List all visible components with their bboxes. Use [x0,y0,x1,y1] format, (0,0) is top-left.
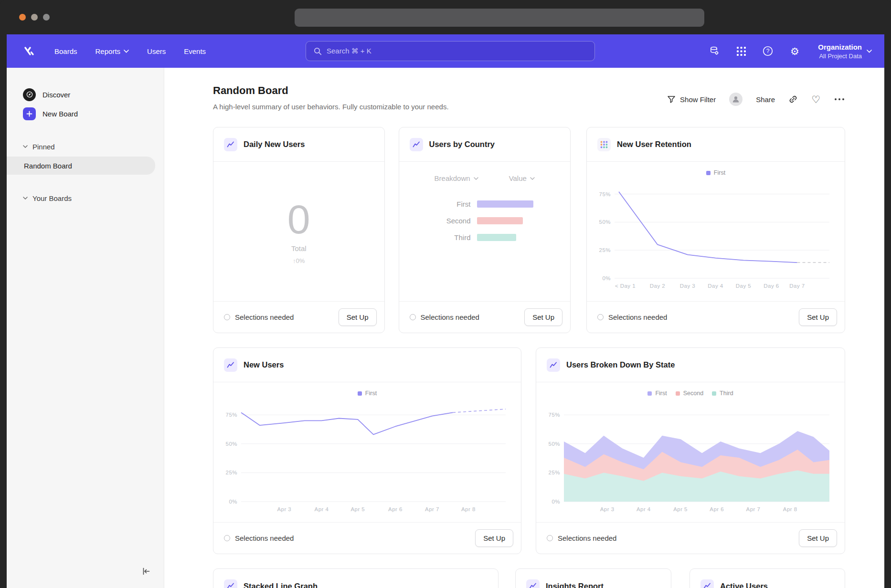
sidebar-item-new-board-label: New Board [42,110,78,118]
legend-label: Third [720,390,733,397]
data-management-icon[interactable] [708,45,721,57]
line-chart-icon [224,579,237,588]
legend-swatch [358,391,362,396]
svg-text:0%: 0% [602,275,611,281]
set-up-button[interactable]: Set Up [339,308,377,326]
nav-item-events[interactable]: Events [184,47,206,55]
top-nav: Boards Reports Users Events Search ⌘ + K [7,34,884,68]
svg-text:0%: 0% [229,499,237,504]
board-content: Random Board A high-level summary of use… [164,68,884,588]
chart-legend: First [587,168,845,177]
funnel-icon [667,95,676,104]
sidebar-section-your-boards[interactable]: Your Boards [7,191,164,205]
window-minimize-button[interactable] [31,14,38,21]
value-dropdown-label: Value [509,174,527,182]
nav-item-reports[interactable]: Reports [95,47,129,55]
svg-text:Apr 7: Apr 7 [746,506,761,512]
mixpanel-logo[interactable] [22,44,36,58]
avatar[interactable] [729,93,742,106]
org-name: Organization [818,43,862,51]
bar-row: Third [399,229,571,246]
org-switcher[interactable]: Organization All Project Data [818,43,872,60]
empty-circle-icon [547,535,553,541]
set-up-button[interactable]: Set Up [799,529,837,547]
sidebar-section-pinned-label: Pinned [32,143,55,151]
svg-text:Apr 3: Apr 3 [277,506,291,512]
card-stacked-line-graph: Stacked Line Graph [213,568,499,588]
set-up-button[interactable]: Set Up [475,529,513,547]
window-close-button[interactable] [19,14,26,21]
breakdown-dropdown[interactable]: Breakdown [435,174,478,182]
favorite-button[interactable]: ♡ [811,94,820,105]
sidebar-section-pinned[interactable]: Pinned [7,139,164,154]
legend-item: Second [676,390,703,397]
card-new-user-retention: New User Retention First 75%50%25%0%< Da… [586,127,845,333]
svg-text:?: ? [766,48,770,54]
bar-label: Second [399,217,471,225]
window-zoom-button[interactable] [43,14,50,21]
new-users-chart: 75%50%25%0%Apr 3Apr 4Apr 5Apr 6Apr 7Apr … [220,399,512,516]
state-stacked-chart: 75%50%25%0%Apr 3Apr 4Apr 5Apr 6Apr 7Apr … [543,399,836,516]
legend-item: First [358,390,377,397]
settings-gear-icon[interactable]: ⚙ [788,45,801,57]
legend-swatch [676,391,680,396]
svg-text:25%: 25% [549,470,560,475]
svg-text:Day 6: Day 6 [764,283,779,289]
metric-label: Total [291,244,307,252]
line-chart-icon [700,579,714,588]
svg-text:Apr 8: Apr 8 [783,506,797,512]
legend-label: First [714,169,725,176]
chart-legend: First Second Third [536,389,845,398]
svg-text:0%: 0% [552,499,560,504]
legend-item: First [706,169,725,176]
chevron-down-icon [474,177,478,180]
sidebar-item-random-board[interactable]: Random Board [7,157,155,175]
value-dropdown[interactable]: Value [509,174,535,182]
svg-text:Apr 5: Apr 5 [673,506,688,512]
set-up-button[interactable]: Set Up [524,308,562,326]
person-icon [732,95,740,104]
show-filter-button[interactable]: Show Filter [667,95,716,104]
svg-text:50%: 50% [226,441,237,447]
card-users-by-country: Users by Country Breakdown Value [399,127,571,333]
svg-text:Apr 6: Apr 6 [388,506,403,512]
svg-text:25%: 25% [599,247,611,253]
discover-icon [23,88,36,101]
plus-icon [23,107,36,120]
card-title: Users Broken Down By State [566,360,675,369]
board-actions: Show Filter Share [667,93,845,106]
bar-third [477,234,516,241]
svg-text:Day 5: Day 5 [736,283,751,289]
sidebar-item-new-board[interactable]: New Board [7,104,164,123]
url-bar[interactable] [295,9,704,27]
chevron-down-icon [23,145,28,148]
nav-item-boards[interactable]: Boards [54,47,77,55]
share-button[interactable]: Share [756,95,775,104]
help-icon[interactable]: ? [762,45,774,57]
selections-needed-status: Selections needed [547,534,616,542]
svg-text:Apr 4: Apr 4 [636,506,651,512]
search-icon [314,47,322,55]
svg-text:75%: 75% [226,412,237,418]
legend-swatch [706,171,711,175]
nav-item-users[interactable]: Users [147,47,166,55]
svg-text:Day 2: Day 2 [650,283,665,289]
board-header: Random Board A high-level summary of use… [213,84,449,112]
chevron-down-icon [23,197,28,200]
line-chart-icon [410,138,423,151]
chevron-down-icon [867,50,872,53]
svg-text:Apr 7: Apr 7 [425,506,439,512]
copy-link-button[interactable] [788,94,798,104]
legend-item: Third [712,390,733,397]
search-input[interactable]: Search ⌘ + K [306,41,595,61]
svg-text:Apr 3: Apr 3 [600,506,615,512]
sidebar-item-discover[interactable]: Discover [7,85,164,104]
collapse-sidebar-icon [141,567,151,576]
sidebar-collapse-button[interactable] [139,564,153,578]
card-title: Insights Report [546,582,604,588]
more-options-button[interactable] [834,95,845,103]
bar-second [477,217,523,224]
selections-needed-status: Selections needed [410,313,479,321]
apps-grid-icon[interactable] [735,45,747,57]
set-up-button[interactable]: Set Up [799,308,837,326]
